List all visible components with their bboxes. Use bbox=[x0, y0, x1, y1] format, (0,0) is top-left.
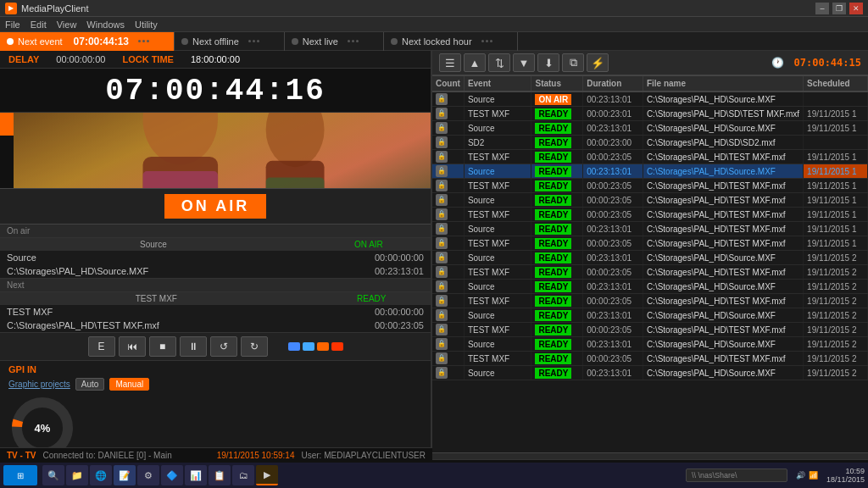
cell-duration: 00:00:23:05 bbox=[583, 323, 643, 337]
next-header: Next bbox=[0, 279, 431, 292]
toolbar-flash-btn[interactable]: ⚡ bbox=[587, 53, 609, 72]
menu-view[interactable]: View bbox=[57, 19, 77, 30]
svg-rect-0 bbox=[14, 113, 431, 188]
cell-status: READY bbox=[531, 136, 583, 150]
transport-e-button[interactable]: E bbox=[88, 336, 115, 357]
minimize-button[interactable]: – bbox=[815, 3, 829, 14]
taskbar-search[interactable]: 🔍 bbox=[42, 465, 64, 485]
table-row[interactable]: 🔒SourceON AIR00:23:13:01C:\Storages\PAL_… bbox=[432, 92, 868, 107]
tray-volume[interactable]: 🔊 bbox=[796, 471, 805, 480]
alarm-icon: 🕐 bbox=[771, 57, 784, 69]
taskbar-mediaplay[interactable]: ▶ bbox=[256, 465, 278, 485]
channel-next-live[interactable]: Next live bbox=[285, 32, 384, 51]
transport-prev-button[interactable]: ⏮ bbox=[119, 336, 146, 357]
graphic-projects-link[interactable]: Graphic projects bbox=[8, 380, 70, 389]
channel-next-live-label: Next live bbox=[303, 36, 338, 47]
toolbar-list-btn[interactable]: ☰ bbox=[439, 53, 461, 72]
start-button[interactable]: ⊞ bbox=[3, 465, 37, 485]
cell-scheduled: 19/11/2015 1 bbox=[804, 164, 868, 179]
cell-status: READY bbox=[531, 352, 583, 366]
transport-pause-button[interactable]: ⏸ bbox=[180, 336, 207, 357]
cell-duration: 00:00:23:05 bbox=[583, 236, 643, 251]
table-row[interactable]: 🔒SourceREADY00:23:13:01C:\Storages\PAL_H… bbox=[432, 121, 868, 136]
video-preview bbox=[14, 113, 431, 188]
table-row[interactable]: 🔒TEST MXFREADY00:00:23:05C:\Storages\PAL… bbox=[432, 208, 868, 222]
cell-status: READY bbox=[531, 308, 583, 323]
right-toolbar: ☰ ▲ ⇅ ▼ ⬇ ⧉ ⚡ 🕐 07:00:44:15 bbox=[432, 51, 868, 76]
bottom-status-bar: TV - TV Connected to: DANIELE [0] - Main… bbox=[0, 447, 432, 463]
lock-icon: 🔒 bbox=[436, 108, 448, 119]
taskbar-chart[interactable]: 📊 bbox=[185, 465, 207, 485]
channel-sep2 bbox=[243, 40, 277, 42]
menu-edit[interactable]: Edit bbox=[31, 19, 47, 30]
table-row[interactable]: 🔒TEST MXFREADY00:00:23:05C:\Storages\PAL… bbox=[432, 179, 868, 193]
table-row[interactable]: 🔒SourceREADY00:23:13:01C:\Storages\PAL_H… bbox=[432, 164, 868, 179]
table-row[interactable]: 🔒TEST MXFREADY00:00:23:05C:\Storages\PAL… bbox=[432, 323, 868, 337]
auto-button[interactable]: Auto bbox=[75, 378, 105, 391]
table-row[interactable]: 🔒SD2READY00:00:23:00C:\Storages\PAL_HD\S… bbox=[432, 136, 868, 150]
table-row[interactable]: 🔒SourceREADY00:23:13:01C:\Storages\PAL_H… bbox=[432, 337, 868, 352]
channel-next-event[interactable]: Next event 07:00:44:13 bbox=[0, 32, 175, 51]
cell-filename: C:\Storages\PAL_HD\Source.MXF bbox=[643, 337, 803, 352]
table-row[interactable]: 🔒SourceREADY00:00:23:05C:\Storages\PAL_H… bbox=[432, 193, 868, 208]
cell-event: TEST MXF bbox=[464, 236, 531, 251]
menu-utility[interactable]: Utility bbox=[135, 19, 158, 30]
toolbar-copy-btn[interactable]: ⧉ bbox=[562, 53, 584, 72]
cell-filename: C:\Storages\PAL_HD\Source.MXF bbox=[643, 308, 803, 323]
toolbar-time: 07:00:44:15 bbox=[794, 57, 861, 69]
table-row[interactable]: 🔒SourceREADY00:23:13:01C:\Storages\PAL_H… bbox=[432, 308, 868, 323]
cell-scheduled: 19/11/2015 2 bbox=[804, 337, 868, 352]
taskbar-blue[interactable]: 🔷 bbox=[161, 465, 183, 485]
menu-windows[interactable]: Windows bbox=[86, 19, 125, 30]
table-row[interactable]: 🔒SourceREADY00:23:13:01C:\Storages\PAL_H… bbox=[432, 280, 868, 294]
table-row[interactable]: 🔒TEST MXFREADY00:00:23:05C:\Storages\PAL… bbox=[432, 150, 868, 164]
taskbar-app8[interactable]: 📋 bbox=[209, 465, 231, 485]
taskbar-editor[interactable]: 📝 bbox=[114, 465, 136, 485]
table-scrollbar[interactable] bbox=[432, 452, 868, 459]
table-row[interactable]: 🔒SourceREADY00:23:13:01C:\Storages\PAL_H… bbox=[432, 222, 868, 236]
table-row[interactable]: 🔒TEST MXFREADY00:00:23:05C:\Storages\PAL… bbox=[432, 294, 868, 308]
transport-stop-button[interactable]: ■ bbox=[149, 336, 176, 357]
toolbar-swap-btn[interactable]: ⇅ bbox=[488, 53, 510, 72]
lock-icon: 🔒 bbox=[436, 180, 448, 191]
toolbar-dl-btn[interactable]: ⬇ bbox=[537, 53, 559, 72]
cell-scheduled: 19/11/2015 2 bbox=[804, 352, 868, 366]
cell-duration: 00:00:23:05 bbox=[583, 265, 643, 280]
close-button[interactable]: ✕ bbox=[849, 3, 863, 14]
table-row[interactable]: 🔒TEST MXFREADY00:00:23:05C:\Storages\PAL… bbox=[432, 265, 868, 280]
table-row[interactable]: 🔒TEST MXFREADY00:00:23:01C:\Storages\PAL… bbox=[432, 107, 868, 121]
cell-event: Source bbox=[464, 308, 531, 323]
event-table-wrapper[interactable]: Count Event Status Duration File name Sc… bbox=[432, 76, 868, 452]
taskbar-app9[interactable]: 🗂 bbox=[232, 465, 254, 485]
table-row[interactable]: 🔒TEST MXFREADY00:00:23:05C:\Storages\PAL… bbox=[432, 236, 868, 251]
channel-sep4 bbox=[476, 40, 510, 42]
menu-file[interactable]: File bbox=[5, 19, 20, 30]
table-row[interactable]: 🔒SourceREADY00:23:13:01C:\Storages\PAL_H… bbox=[432, 251, 868, 265]
restore-button[interactable]: ❐ bbox=[832, 3, 846, 14]
cell-event: TEST MXF bbox=[464, 179, 531, 193]
taskbar-files[interactable]: 📁 bbox=[66, 465, 88, 485]
taskbar-gear[interactable]: ⚙ bbox=[137, 465, 159, 485]
cell-duration: 00:23:13:01 bbox=[583, 366, 643, 380]
channel-next-locked-label: Next locked hour bbox=[402, 36, 472, 47]
table-row[interactable]: 🔒SourceREADY00:23:13:01C:\Storages\PAL_H… bbox=[432, 366, 868, 380]
cell-count: 🔒 bbox=[432, 208, 464, 222]
channel-next-locked[interactable]: Next locked hour bbox=[384, 32, 518, 51]
cell-status: READY bbox=[531, 294, 583, 308]
left-panel: DELAY 00:00:00:00 LOCK TIME 18:00:00:00 … bbox=[0, 51, 432, 473]
toolbar-up-btn[interactable]: ▲ bbox=[464, 53, 486, 72]
transport-loop-button[interactable]: ↺ bbox=[210, 336, 237, 357]
address-bar[interactable]: \\ \nas\Share\ bbox=[686, 469, 787, 482]
tray-network[interactable]: 📶 bbox=[809, 471, 818, 480]
taskbar-browser[interactable]: 🌐 bbox=[90, 465, 112, 485]
clock-time: 10:59 bbox=[826, 467, 865, 475]
table-row[interactable]: 🔒TEST MXFREADY00:00:23:05C:\Storages\PAL… bbox=[432, 352, 868, 366]
cell-scheduled: 19/11/2015 2 bbox=[804, 323, 868, 337]
transport-refresh-button[interactable]: ↻ bbox=[241, 336, 268, 357]
toolbar-down-btn[interactable]: ▼ bbox=[513, 53, 535, 72]
cell-scheduled: 19/11/2015 1 bbox=[804, 236, 868, 251]
event-tbody: 🔒SourceON AIR00:23:13:01C:\Storages\PAL_… bbox=[432, 92, 868, 380]
cell-event: TEST MXF bbox=[464, 294, 531, 308]
manual-button[interactable]: Manual bbox=[109, 378, 149, 391]
channel-next-offline[interactable]: Next offline bbox=[175, 32, 285, 51]
